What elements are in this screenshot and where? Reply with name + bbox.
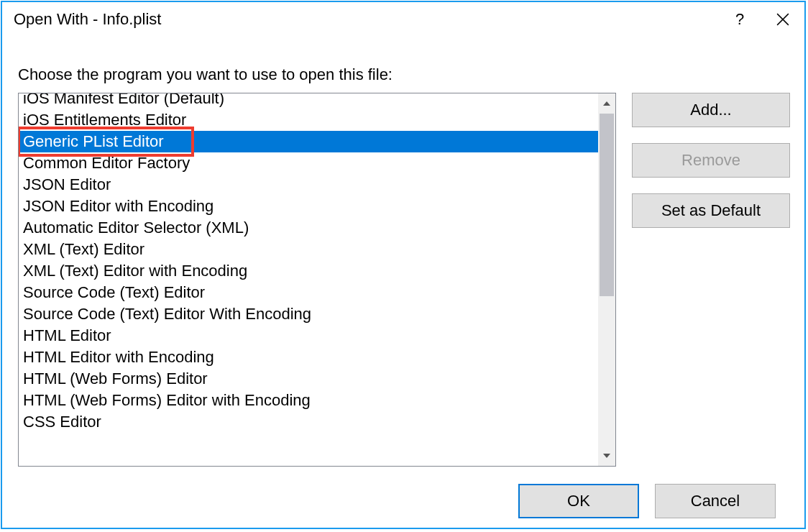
list-item[interactable]: Automatic Editor Selector (XML) (19, 217, 598, 239)
list-item-label: Generic PList Editor (23, 132, 164, 150)
set-default-button-label: Set as Default (661, 201, 761, 220)
list-item[interactable]: JSON Editor (19, 174, 598, 196)
list-item[interactable]: XML (Text) Editor with Encoding (19, 260, 598, 282)
ok-button[interactable]: OK (518, 484, 639, 518)
list-item[interactable]: Generic PList Editor (19, 131, 598, 152)
list-item-label: JSON Editor with Encoding (23, 197, 214, 215)
close-button[interactable] (761, 2, 804, 37)
list-item[interactable]: iOS Manifest Editor (Default) (19, 93, 598, 109)
list-item-label: XML (Text) Editor (23, 240, 144, 258)
help-icon: ? (735, 10, 744, 29)
scroll-thumb[interactable] (600, 114, 614, 296)
close-icon (776, 13, 789, 26)
list-item-label: XML (Text) Editor with Encoding (23, 262, 247, 280)
cancel-button[interactable]: Cancel (655, 484, 776, 518)
scroll-down-arrow-icon[interactable] (598, 446, 615, 466)
list-item[interactable]: HTML (Web Forms) Editor (19, 368, 598, 390)
help-button[interactable]: ? (718, 2, 761, 37)
program-listbox[interactable]: iOS Manifest Editor (Default)iOS Entitle… (18, 93, 616, 467)
list-item-label: CSS Editor (23, 413, 101, 431)
list-item-label: iOS Manifest Editor (Default) (23, 93, 224, 107)
list-item[interactable]: HTML Editor (19, 325, 598, 347)
list-item[interactable]: Common Editor Factory (19, 152, 598, 174)
window-title: Open With - Info.plist (14, 10, 161, 29)
vertical-scrollbar[interactable] (598, 93, 615, 466)
list-item[interactable]: HTML (Web Forms) Editor with Encoding (19, 390, 598, 411)
titlebar: Open With - Info.plist ? (2, 2, 804, 37)
dialog-window: Open With - Info.plist ? Choose the prog… (1, 1, 806, 529)
list-item-label: Source Code (Text) Editor (23, 283, 205, 301)
scroll-up-arrow-icon[interactable] (598, 93, 615, 114)
list-item-label: Common Editor Factory (23, 154, 190, 172)
ok-button-label: OK (567, 492, 590, 510)
set-default-button[interactable]: Set as Default (632, 193, 790, 228)
list-item[interactable]: Source Code (Text) Editor (19, 282, 598, 303)
list-item-label: Source Code (Text) Editor With Encoding (23, 305, 311, 323)
list-item-label: HTML (Web Forms) Editor with Encoding (23, 391, 311, 409)
list-item-label: HTML Editor (23, 326, 111, 344)
add-button[interactable]: Add... (632, 93, 790, 127)
list-item-label: HTML (Web Forms) Editor (23, 370, 208, 387)
list-item-label: iOS Entitlements Editor (23, 111, 186, 129)
add-button-label: Add... (690, 101, 731, 119)
list-item-label: HTML Editor with Encoding (23, 348, 214, 366)
list-item[interactable]: CSS Editor (19, 411, 598, 433)
cancel-button-label: Cancel (691, 492, 740, 510)
instruction-label: Choose the program you want to use to op… (18, 65, 790, 84)
list-item[interactable]: HTML Editor with Encoding (19, 347, 598, 368)
remove-button[interactable]: Remove (632, 143, 790, 178)
svg-marker-2 (603, 101, 610, 106)
list-item[interactable]: iOS Entitlements Editor (19, 109, 598, 131)
list-item[interactable]: XML (Text) Editor (19, 239, 598, 260)
list-item[interactable]: JSON Editor with Encoding (19, 196, 598, 217)
list-item-label: JSON Editor (23, 175, 111, 193)
list-item-label: Automatic Editor Selector (XML) (23, 219, 249, 237)
remove-button-label: Remove (681, 151, 740, 170)
svg-marker-3 (603, 454, 610, 458)
list-item[interactable]: Source Code (Text) Editor With Encoding (19, 303, 598, 325)
scroll-track[interactable] (598, 114, 615, 446)
